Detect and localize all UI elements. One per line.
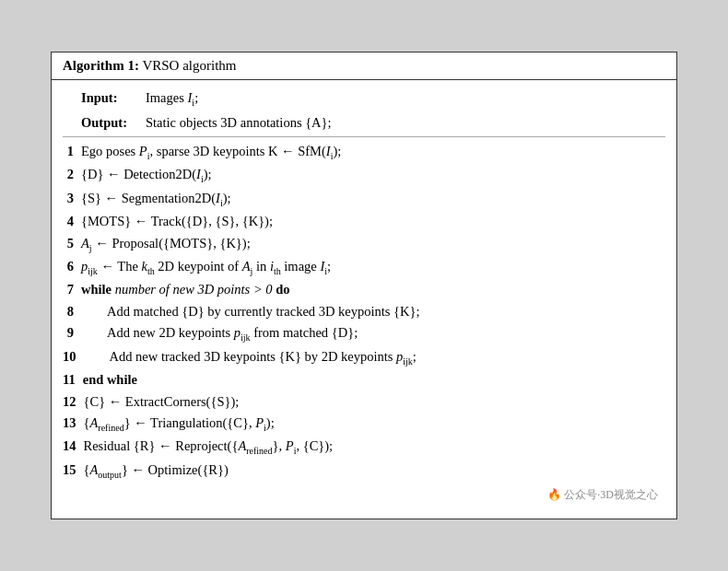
output-line: Output: Static objects 3D annotations {A…: [63, 112, 665, 133]
step-num-1: 1: [63, 141, 81, 161]
step-content-9: Add new 2D keypoints pijk from matched {…: [81, 322, 665, 344]
step-content-15: {Aoutput} ← Optimize({R}): [84, 460, 666, 482]
step-6: 6 pijk ← The kth 2D keypoint of Aj in it…: [63, 256, 665, 278]
algorithm-header: Algorithm 1: VRSO algorithm: [52, 52, 676, 80]
output-content: Static objects 3D annotations {A};: [146, 112, 332, 133]
step-num-8: 8: [63, 301, 81, 321]
divider: [63, 136, 665, 137]
step-content-14: Residual {R} ← Reproject({Arefined}, Pi,…: [84, 436, 666, 458]
step-content-6: pijk ← The kth 2D keypoint of Aj in ith …: [81, 256, 665, 278]
input-line: Input: Images Ii;: [63, 87, 665, 110]
step-9: 9 Add new 2D keypoints pijk from matched…: [63, 322, 665, 344]
step-num-9: 9: [63, 322, 81, 343]
step-num-10: 10: [63, 346, 84, 367]
step-content-11: end while: [83, 369, 665, 390]
step-num-15: 15: [63, 460, 84, 480]
step-num-3: 3: [63, 188, 81, 208]
output-label: Output:: [81, 112, 146, 133]
step-12: 12 {C} ← ExtractCorners({S});: [63, 391, 665, 412]
step-15: 15 {Aoutput} ← Optimize({R}): [63, 460, 665, 482]
step-num-4: 4: [63, 211, 81, 231]
step-num-7: 7: [63, 279, 81, 299]
step-content-5: Aj ← Proposal({MOTS}, {K});: [81, 233, 665, 255]
step-content-7: while number of new 3D points > 0 do: [81, 279, 665, 299]
step-5: 5 Aj ← Proposal({MOTS}, {K});: [63, 233, 665, 255]
step-10: 10 Add new tracked 3D keypoints {K} by 2…: [63, 346, 665, 368]
step-num-14: 14: [63, 436, 84, 456]
algorithm-body: Input: Images Ii; Output: Static objects…: [52, 80, 676, 519]
algorithm-title: VRSO algorithm: [142, 58, 236, 73]
step-13: 13 {Arefined} ← Triangulation({C}, Pi);: [63, 413, 665, 435]
input-label: Input:: [81, 87, 146, 108]
step-4: 4 {MOTS} ← Track({D}, {S}, {K});: [63, 211, 665, 231]
step-content-13: {Arefined} ← Triangulation({C}, Pi);: [84, 413, 666, 435]
algorithm-container: Algorithm 1: VRSO algorithm Input: Image…: [51, 52, 677, 519]
algorithm-label: Algorithm 1:: [63, 58, 139, 73]
step-content-10: Add new tracked 3D keypoints {K} by 2D k…: [84, 346, 666, 368]
step-num-12: 12: [63, 391, 84, 412]
step-2: 2 {D} ← Detection2D(Ii);: [63, 164, 665, 186]
step-num-5: 5: [63, 233, 81, 253]
step-1: 1 Ego poses Pi, sparse 3D keypoints K ← …: [63, 141, 665, 163]
step-content-4: {MOTS} ← Track({D}, {S}, {K});: [81, 211, 665, 231]
step-num-2: 2: [63, 164, 81, 184]
step-num-11: 11: [63, 369, 83, 390]
step-content-2: {D} ← Detection2D(Ii);: [81, 164, 665, 186]
step-7: 7 while number of new 3D points > 0 do: [63, 279, 665, 299]
watermark: 🔥 公众号·3D视觉之心: [63, 483, 665, 507]
step-content-3: {S} ← Segmentation2D(Ii);: [81, 188, 665, 210]
step-8: 8 Add matched {D} by currently tracked 3…: [63, 301, 665, 321]
step-num-6: 6: [63, 256, 81, 276]
step-3: 3 {S} ← Segmentation2D(Ii);: [63, 188, 665, 210]
step-content-8: Add matched {D} by currently tracked 3D …: [81, 301, 665, 321]
step-14: 14 Residual {R} ← Reproject({Arefined}, …: [63, 436, 665, 458]
step-num-13: 13: [63, 413, 84, 433]
step-content-1: Ego poses Pi, sparse 3D keypoints K ← Sf…: [81, 141, 665, 163]
input-content: Images Ii;: [146, 87, 198, 110]
step-11: 11 end while: [63, 369, 665, 390]
step-content-12: {C} ← ExtractCorners({S});: [84, 391, 666, 412]
